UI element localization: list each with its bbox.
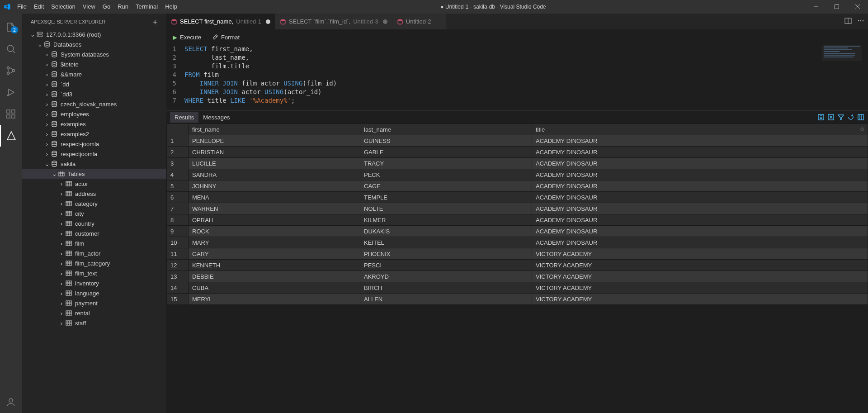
grid-cell[interactable]: MENA xyxy=(189,192,360,203)
grid-cell[interactable]: ACADEMY DINOSAUR xyxy=(532,214,868,226)
tree-item[interactable]: ›language xyxy=(22,288,166,298)
grid-cell[interactable]: OPRAH xyxy=(189,214,360,226)
tree-item[interactable]: ›staff xyxy=(22,318,166,328)
tree-item[interactable]: ›employees xyxy=(22,109,166,119)
grid-cell[interactable]: ACADEMY DINOSAUR xyxy=(532,169,868,180)
close-button[interactable] xyxy=(847,0,868,14)
table-row[interactable]: 1PENELOPEGUINESSACADEMY DINOSAUR xyxy=(167,135,868,147)
tree-item[interactable]: ›film xyxy=(22,238,166,248)
minimap[interactable] xyxy=(822,45,862,61)
tree-item[interactable]: ›System databases xyxy=(22,49,166,59)
tree-item[interactable]: ›customer xyxy=(22,228,166,238)
grid-cell[interactable]: VICTORY ACADEMY xyxy=(532,282,868,294)
column-header[interactable]: first_name xyxy=(189,124,360,135)
grid-cell[interactable]: MERYL xyxy=(189,294,360,305)
grid-cell[interactable]: GABLE xyxy=(360,147,532,158)
tree-item[interactable]: ⌄sakila xyxy=(22,159,166,169)
activity-source-control[interactable] xyxy=(0,60,22,81)
tree-item[interactable]: ›`dd xyxy=(22,79,166,89)
grid-cell[interactable]: ACADEMY DINOSAUR xyxy=(532,203,868,214)
table-row[interactable]: 15MERYLALLENVICTORY ACADEMY xyxy=(167,294,868,305)
grid-cell[interactable]: KEITEL xyxy=(360,237,532,248)
tree-item[interactable]: ›country xyxy=(22,218,166,228)
activity-search[interactable] xyxy=(0,38,22,60)
grid-cell[interactable]: VICTORY ACADEMY xyxy=(532,271,868,282)
grid-cell[interactable]: ACADEMY DINOSAUR xyxy=(532,237,868,248)
split-editor-button[interactable] xyxy=(844,17,852,26)
table-row[interactable]: 10MARYKEITELACADEMY DINOSAUR xyxy=(167,237,868,248)
grid-cell[interactable]: CAGE xyxy=(360,180,532,192)
table-row[interactable]: 7WARRENNOLTEACADEMY DINOSAUR xyxy=(167,203,868,214)
grid-cell[interactable]: PENELOPE xyxy=(189,135,360,147)
grid-cell[interactable]: KILMER xyxy=(360,214,532,226)
more-actions-button[interactable] xyxy=(857,17,864,26)
table-row[interactable]: 4SANDRAPECKACADEMY DINOSAUR xyxy=(167,169,868,180)
grid-cell[interactable]: JOHNNY xyxy=(189,180,360,192)
grid-cell[interactable]: DUKAKIS xyxy=(360,226,532,237)
grid-cell[interactable]: ACADEMY DINOSAUR xyxy=(532,226,868,237)
code-editor[interactable]: 1234567 SELECT first_name, last_name, fi… xyxy=(166,45,868,110)
grid-cell[interactable]: DEBBIE xyxy=(189,271,360,282)
activity-extensions[interactable] xyxy=(0,103,22,125)
grid-cell[interactable]: GARY xyxy=(189,248,360,260)
format-button[interactable]: Format xyxy=(212,34,240,41)
table-row[interactable]: 2CHRISTIANGABLEACADEMY DINOSAUR xyxy=(167,147,868,158)
grid-cell[interactable]: ROCK xyxy=(189,226,360,237)
menu-go[interactable]: Go xyxy=(99,0,114,14)
grid-cell[interactable]: PESCI xyxy=(360,260,532,271)
grid-cell[interactable]: ACADEMY DINOSAUR xyxy=(532,147,868,158)
refresh-button[interactable] xyxy=(847,114,854,121)
grid-cell[interactable]: ACADEMY DINOSAUR xyxy=(532,180,868,192)
tree-item[interactable]: ›rental xyxy=(22,308,166,318)
tree-item[interactable]: ›`dd3 xyxy=(22,89,166,99)
results-grid-scroll[interactable]: first_namelast_nametitle◇ 1PENELOPEGUINE… xyxy=(166,123,868,413)
tree-item[interactable]: ›payment xyxy=(22,298,166,308)
export-csv-button[interactable] xyxy=(817,114,825,121)
table-row[interactable]: 3LUCILLETRACYACADEMY DINOSAUR xyxy=(167,158,868,169)
tree-item[interactable]: ›film_text xyxy=(22,268,166,278)
tree-item[interactable]: ›inventory xyxy=(22,278,166,288)
export-excel-button[interactable] xyxy=(827,114,835,121)
grid-cell[interactable]: TEMPLE xyxy=(360,192,532,203)
grid-cell[interactable]: NOLTE xyxy=(360,203,532,214)
tree-item[interactable]: ›film_category xyxy=(22,258,166,268)
columns-button[interactable] xyxy=(857,114,864,121)
menu-selection[interactable]: Selection xyxy=(47,0,79,14)
editor-tab[interactable]: SELECT first_name, Untitled-1 xyxy=(166,14,275,29)
results-tab-messages[interactable]: Messages xyxy=(198,112,234,123)
tree-item[interactable]: ›category xyxy=(22,199,166,209)
filter-button[interactable] xyxy=(837,114,844,121)
grid-cell[interactable]: BIRCH xyxy=(360,282,532,294)
activity-apexsql[interactable] xyxy=(0,125,22,147)
grid-cell[interactable]: AKROYD xyxy=(360,271,532,282)
tree-item[interactable]: ›city xyxy=(22,209,166,218)
grid-cell[interactable]: KENNETH xyxy=(189,260,360,271)
activity-explorer[interactable]: 2 xyxy=(0,16,22,38)
grid-cell[interactable]: CHRISTIAN xyxy=(189,147,360,158)
tree-item[interactable]: ›film_actor xyxy=(22,248,166,258)
tree-item[interactable]: ›address xyxy=(22,189,166,199)
grid-cell[interactable]: ALLEN xyxy=(360,294,532,305)
grid-cell[interactable]: ACADEMY DINOSAUR xyxy=(532,135,868,147)
table-row[interactable]: 14CUBABIRCHVICTORY ACADEMY xyxy=(167,282,868,294)
activity-run-debug[interactable] xyxy=(0,81,22,103)
results-tab-results[interactable]: Results xyxy=(170,112,198,123)
tree-item[interactable]: ›examples2 xyxy=(22,129,166,139)
tree-item[interactable]: ›$tetete xyxy=(22,59,166,69)
grid-cell[interactable]: VICTORY ACADEMY xyxy=(532,248,868,260)
menu-run[interactable]: Run xyxy=(114,0,132,14)
minimize-button[interactable] xyxy=(806,0,826,14)
grid-cell[interactable]: LUCILLE xyxy=(189,158,360,169)
table-row[interactable]: 6MENATEMPLEACADEMY DINOSAUR xyxy=(167,192,868,203)
grid-cell[interactable]: GUINESS xyxy=(360,135,532,147)
row-number-header[interactable] xyxy=(167,124,189,135)
table-row[interactable]: 11GARYPHOENIXVICTORY ACADEMY xyxy=(167,248,868,260)
grid-cell[interactable]: VICTORY ACADEMY xyxy=(532,260,868,271)
tree-item[interactable]: ⌄127.0.0.1:3366 (root) xyxy=(22,29,166,39)
grid-cell[interactable]: VICTORY ACADEMY xyxy=(532,294,868,305)
table-row[interactable]: 12KENNETHPESCIVICTORY ACADEMY xyxy=(167,260,868,271)
table-row[interactable]: 13DEBBIEAKROYDVICTORY ACADEMY xyxy=(167,271,868,282)
activity-accounts[interactable] xyxy=(0,391,22,413)
column-header[interactable]: last_name xyxy=(360,124,532,135)
grid-cell[interactable]: WARREN xyxy=(189,203,360,214)
